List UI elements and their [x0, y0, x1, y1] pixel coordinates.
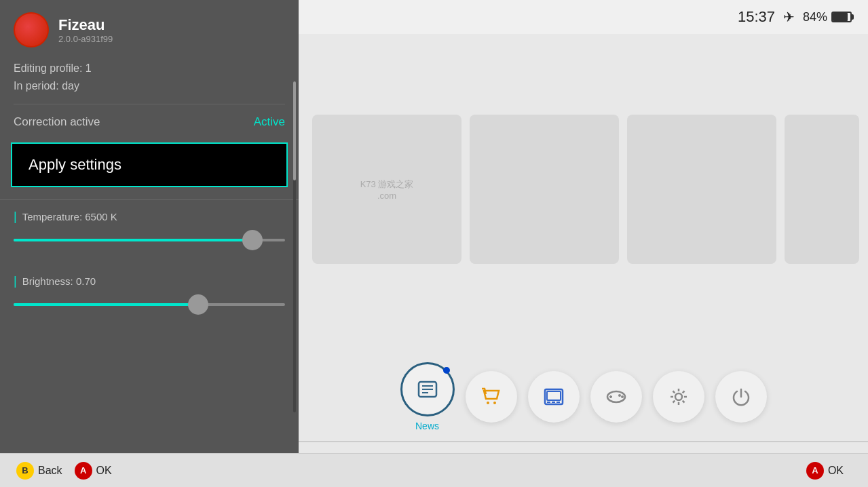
dock-icons: News [400, 362, 767, 431]
temperature-section: | Temperature: 6500 K [0, 200, 299, 254]
game-tile-1[interactable]: K73 游戏之家.com [312, 115, 461, 264]
battery-info: 84% [803, 10, 852, 24]
brightness-slider[interactable] [14, 298, 285, 311]
scroll-indicator [293, 81, 296, 412]
profile-info: Editing profile: 1 In period: day [0, 56, 299, 104]
dock-item-album[interactable] [528, 371, 580, 423]
album-icon [541, 384, 567, 410]
dock-divider [299, 441, 868, 442]
news-label: News [415, 421, 439, 431]
brightness-thumb[interactable] [188, 294, 208, 315]
a-button-left[interactable]: A [75, 462, 92, 480]
album-icon-circle [528, 371, 580, 423]
svg-point-4 [487, 402, 489, 404]
game-tile-3[interactable] [627, 115, 776, 264]
battery-fill [833, 13, 848, 21]
svg-point-12 [618, 394, 621, 397]
dock-item-settings[interactable] [653, 371, 704, 423]
settings-icon-circle [653, 371, 704, 423]
in-period: In period: day [14, 77, 285, 95]
b-button[interactable]: B [16, 462, 34, 480]
gear-icon [666, 384, 692, 410]
correction-label: Correction active [14, 115, 100, 129]
dock-item-power[interactable] [715, 371, 767, 423]
brightness-section: | Brightness: 0.70 [0, 265, 299, 318]
brightness-track [14, 303, 285, 306]
dock-item-news[interactable]: News [400, 362, 455, 431]
power-icon [728, 384, 754, 410]
bottom-controls-left: B Back A OK [16, 462, 120, 480]
brightness-fill [14, 303, 198, 306]
time-display: 15:37 [738, 8, 775, 26]
game-tile-2[interactable] [470, 115, 619, 264]
shop-icon-circle [466, 371, 517, 423]
brightness-label: | Brightness: 0.70 [14, 274, 285, 288]
sidebar-header: Fizeau 2.0.0-a931f99 [0, 0, 299, 56]
airplane-icon: ✈ [783, 9, 795, 25]
a-button-right[interactable]: A [806, 462, 824, 480]
app-name: Fizeau [58, 16, 113, 34]
battery-percent: 84% [803, 10, 827, 24]
dock-item-controller[interactable] [590, 371, 642, 423]
power-icon-circle [715, 371, 767, 423]
watermark: K73 游戏之家.com [360, 178, 414, 201]
shop-icon [478, 384, 504, 410]
temperature-label: | Temperature: 6500 K [14, 210, 285, 224]
svg-point-13 [621, 395, 624, 398]
tiles-area: K73 游戏之家.com [299, 34, 868, 345]
avatar [14, 12, 49, 47]
status-bar: 15:37 ✈ 84% [299, 0, 868, 34]
sidebar: Fizeau 2.0.0-a931f99 Editing profile: 1 … [0, 0, 299, 453]
news-icon-circle [400, 362, 455, 416]
correction-status: Active [254, 115, 285, 129]
scroll-thumb [293, 81, 296, 180]
editing-profile: Editing profile: 1 [14, 60, 285, 77]
ok-label-left: OK [96, 465, 112, 477]
controller-icon [603, 384, 629, 410]
apply-settings-button[interactable]: Apply settings [11, 142, 288, 187]
content-area: 15:37 ✈ 84% K73 游戏之家.com [299, 0, 868, 453]
controller-icon-circle [590, 371, 642, 423]
temperature-thumb[interactable] [242, 230, 263, 250]
svg-point-5 [493, 402, 496, 404]
temperature-fill [14, 239, 252, 241]
battery-bar [831, 12, 852, 22]
svg-point-16 [675, 393, 682, 400]
bottom-controls-right: A OK [806, 462, 852, 480]
dock-area: News [299, 345, 868, 453]
back-label: Back [38, 465, 62, 477]
svg-rect-7 [547, 391, 561, 400]
game-tile-4[interactable] [785, 115, 859, 264]
dock-item-shop[interactable] [466, 371, 517, 423]
ok-label-right: OK [828, 465, 844, 477]
correction-row: Correction active Active [0, 104, 299, 140]
bottom-bar: B Back A OK A OK [0, 453, 868, 487]
temperature-slider[interactable] [14, 233, 285, 247]
app-version: 2.0.0-a931f99 [58, 34, 113, 44]
news-notification-dot [443, 367, 450, 374]
news-icon [415, 376, 440, 402]
